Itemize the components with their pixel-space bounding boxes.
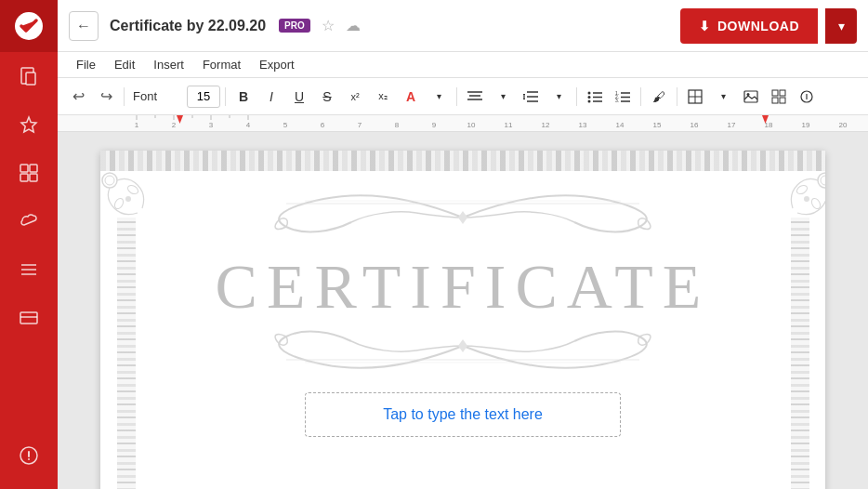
- underline-button[interactable]: U: [286, 84, 312, 110]
- svg-point-14: [28, 458, 30, 460]
- svg-text:12: 12: [542, 121, 550, 129]
- font-size-input[interactable]: [187, 86, 220, 108]
- redo-button[interactable]: ↪: [93, 84, 119, 110]
- sidebar-item-cloud[interactable]: [0, 197, 58, 245]
- sidebar-item-favorites[interactable]: [0, 100, 58, 149]
- align-button[interactable]: [462, 84, 488, 110]
- undo-button[interactable]: ↩: [65, 84, 91, 110]
- cert-top-left-ornament: [100, 171, 147, 218]
- main-area: ← Certificate by 22.09.20 PRO ☆ ☁ ⬇ DOWN…: [58, 0, 868, 489]
- sidebar: [0, 0, 58, 489]
- edit-menu[interactable]: Edit: [107, 56, 142, 73]
- svg-text:13: 13: [579, 121, 587, 129]
- toolbar: ↩ ↪ Font B I U S x² x₂ A ▾ ▾: [58, 78, 868, 115]
- cert-left-border: [117, 218, 136, 489]
- chevron-down-icon: ▾: [838, 19, 845, 33]
- svg-rect-41: [780, 98, 785, 103]
- svg-text:6: 6: [321, 121, 325, 129]
- svg-text:3.: 3.: [615, 98, 619, 103]
- image-icon: [743, 90, 758, 103]
- image-button[interactable]: [738, 84, 764, 110]
- cert-swirl-top: [165, 180, 760, 255]
- svg-text:20: 20: [839, 121, 848, 129]
- svg-rect-36: [744, 91, 757, 102]
- download-label: DOWNLOAD: [717, 19, 799, 33]
- italic-button[interactable]: I: [258, 84, 284, 110]
- format-menu[interactable]: Format: [195, 56, 248, 73]
- font-color-dropdown[interactable]: ▾: [426, 84, 452, 110]
- svg-text:4: 4: [246, 121, 251, 129]
- svg-text:9: 9: [432, 121, 437, 129]
- cert-left-column: [100, 171, 147, 489]
- cert-right-column: [779, 171, 825, 489]
- align-dropdown[interactable]: ▾: [490, 84, 516, 110]
- sidebar-item-alert[interactable]: [0, 431, 58, 480]
- download-dropdown-button[interactable]: ▾: [825, 8, 857, 44]
- svg-text:8: 8: [395, 121, 400, 129]
- svg-rect-6: [30, 174, 37, 181]
- font-color-button[interactable]: A: [398, 84, 424, 110]
- cert-body: CERTIFICATE: [100, 171, 825, 489]
- strikethrough-button[interactable]: S: [314, 84, 340, 110]
- certificate-document: CERTIFICATE: [100, 151, 825, 489]
- svg-text:17: 17: [728, 121, 736, 129]
- subscript-button[interactable]: x₂: [370, 84, 396, 110]
- line-spacing-icon: [523, 90, 538, 103]
- svg-text:10: 10: [467, 121, 476, 129]
- circle-button[interactable]: [794, 84, 820, 110]
- table-dropdown[interactable]: ▾: [710, 84, 736, 110]
- download-button[interactable]: ⬇ DOWNLOAD: [680, 8, 819, 44]
- back-icon: ←: [76, 18, 91, 34]
- back-button[interactable]: ←: [69, 11, 99, 41]
- bold-button[interactable]: B: [230, 84, 256, 110]
- cloud-sync-icon[interactable]: ☁: [346, 17, 361, 34]
- file-menu[interactable]: File: [69, 56, 103, 73]
- document-title: Certificate by 22.09.20: [110, 18, 266, 34]
- svg-text:16: 16: [690, 121, 699, 129]
- ruler: 1 2 3 4 5 6 7 8 9 10 11 12 13 14 15 16 1…: [58, 115, 868, 132]
- svg-rect-2: [26, 73, 35, 85]
- divider-1: [124, 87, 125, 106]
- cert-main-content: CERTIFICATE: [147, 171, 779, 489]
- bullets-button[interactable]: [582, 84, 608, 110]
- export-menu[interactable]: Export: [252, 56, 302, 73]
- svg-marker-85: [458, 339, 467, 352]
- svg-rect-4: [30, 165, 37, 172]
- svg-text:15: 15: [653, 121, 662, 129]
- topbar: ← Certificate by 22.09.20 PRO ☆ ☁ ⬇ DOWN…: [58, 0, 868, 52]
- svg-text:5: 5: [283, 121, 288, 129]
- svg-rect-3: [20, 165, 28, 172]
- numbered-list-button[interactable]: 1. 2. 3.: [610, 84, 636, 110]
- font-name-label: Font: [129, 89, 185, 103]
- line-spacing-dropdown[interactable]: ▾: [546, 84, 572, 110]
- line-spacing-button[interactable]: [518, 84, 544, 110]
- table-button[interactable]: [682, 84, 708, 110]
- superscript-button[interactable]: x²: [342, 84, 368, 110]
- table-icon: [688, 89, 703, 104]
- svg-point-77: [102, 173, 117, 188]
- sidebar-item-new[interactable]: [0, 52, 58, 100]
- favorite-star-icon[interactable]: ☆: [322, 17, 335, 34]
- svg-point-22: [588, 96, 591, 99]
- special-chars-button[interactable]: [766, 84, 792, 110]
- divider-4: [576, 87, 577, 106]
- sidebar-item-pages[interactable]: [0, 294, 58, 342]
- sidebar-item-templates[interactable]: [0, 149, 58, 197]
- special-chars-icon: [771, 89, 786, 104]
- cert-title: CERTIFICATE: [216, 255, 711, 318]
- cert-text-placeholder: Tap to type the text here: [383, 406, 543, 422]
- sidebar-item-list[interactable]: [0, 245, 58, 294]
- cert-text-area[interactable]: Tap to type the text here: [305, 392, 621, 437]
- numbered-list-icon: 1. 2. 3.: [615, 90, 630, 103]
- canvas-area[interactable]: CERTIFICATE: [58, 132, 868, 489]
- download-icon: ⬇: [699, 19, 711, 33]
- app-logo[interactable]: [0, 0, 58, 52]
- insert-menu[interactable]: Insert: [146, 56, 191, 73]
- menubar: File Edit Insert Format Export: [58, 52, 868, 78]
- svg-text:19: 19: [802, 121, 810, 129]
- cert-swirl-bottom: [165, 318, 760, 383]
- paint-format-button[interactable]: 🖌: [646, 84, 672, 110]
- divider-2: [225, 87, 226, 106]
- svg-text:11: 11: [505, 121, 513, 129]
- ruler-ticks: 1 2 3 4 5 6 7 8 9 10 11 12 13 14 15 16 1…: [58, 115, 868, 132]
